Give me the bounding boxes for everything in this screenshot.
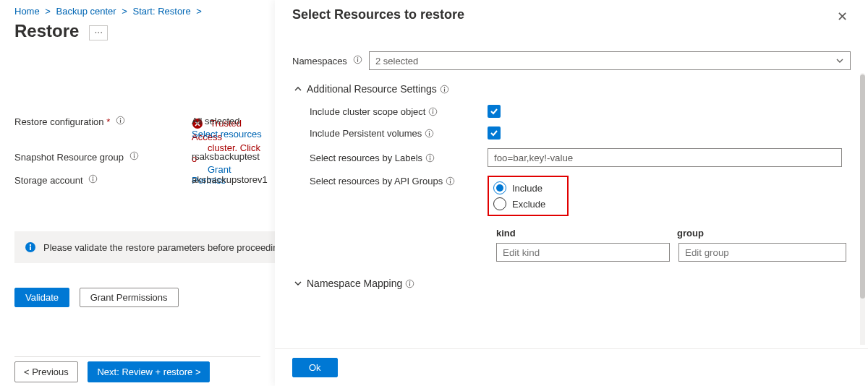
svg-point-5 [133,153,135,155]
info-icon[interactable] [88,174,98,184]
validate-button[interactable]: Validate [14,288,69,307]
info-icon[interactable] [440,85,449,94]
svg-rect-6 [134,155,135,158]
info-icon [25,241,36,253]
snapshot-rg-value: rsaksbackuptest [192,151,260,163]
panel-title: Select Resources to restore [292,7,464,22]
svg-rect-15 [357,59,357,62]
info-icon[interactable] [425,153,435,163]
svg-rect-18 [444,88,445,91]
info-icon[interactable] [353,55,362,64]
include-label: Include [512,183,542,194]
svg-rect-12 [30,246,31,250]
svg-point-23 [429,131,430,132]
footer-divider [14,356,260,357]
breadcrumb: Home > Backup center > Start: Restore > [0,0,268,18]
restore-configuration-label: Restore configuration * [14,116,192,140]
cluster-scope-label: Include cluster scope object [310,106,476,117]
group-input[interactable] [678,243,846,262]
info-icon[interactable] [129,151,139,160]
radio-selected-icon [493,181,506,194]
page-title: Restore [14,21,79,41]
labels-input[interactable] [488,148,842,167]
previous-button[interactable]: < Previous [14,361,78,382]
validate-info-text: Please validate the restore parameters b… [43,242,284,253]
svg-rect-30 [450,181,451,184]
next-button[interactable]: Next: Review + restore > [88,361,210,382]
svg-point-20 [433,109,434,111]
storage-account-label: Storage account [14,174,192,186]
namespaces-value: 2 selected [375,56,418,67]
more-actions-button[interactable]: ··· [89,25,108,40]
svg-point-8 [93,176,94,178]
radio-unselected-icon [493,197,506,210]
additional-settings-toggle[interactable]: Additional Resource Settings [292,83,851,95]
svg-point-26 [430,155,431,157]
info-icon[interactable] [116,116,125,125]
chevron-right-icon: > [45,6,51,17]
svg-rect-21 [433,111,433,113]
kind-header: kind [496,228,677,239]
svg-point-32 [409,281,411,283]
info-icon[interactable] [446,176,455,186]
svg-point-29 [450,179,451,180]
api-groups-label: Select resources by API Groups [310,176,476,186]
chevron-down-icon [292,279,304,288]
scrollbar[interactable] [860,73,865,345]
include-radio[interactable]: Include [493,181,545,194]
ok-button[interactable]: Ok [292,358,338,377]
kind-input[interactable] [496,243,670,262]
select-resources-link[interactable]: Select resources [192,129,262,140]
chevron-down-icon [835,56,844,65]
namespace-mapping-title: Namespace Mapping [307,278,402,289]
svg-point-2 [120,118,122,119]
svg-rect-9 [93,179,93,181]
chevron-right-icon: > [196,6,202,17]
persistent-volumes-checkbox[interactable] [488,126,501,140]
labels-label: Select resources by Labels [310,153,476,163]
svg-rect-33 [409,283,410,286]
svg-rect-27 [430,157,430,160]
api-groups-radio-highlight: Include Exclude [488,176,569,216]
svg-rect-24 [429,132,430,135]
svg-point-11 [30,244,31,246]
svg-point-14 [357,57,358,59]
info-icon[interactable] [425,129,434,138]
cluster-scope-checkbox[interactable] [488,105,501,118]
additional-settings-title: Additional Resource Settings [307,83,437,95]
select-resources-panel: Select Resources to restore ✕ Namespaces… [275,0,868,386]
exclude-label: Exclude [512,199,545,210]
snapshot-rg-label: Snapshot Resource group [14,151,192,163]
persistent-volumes-label: Include Persistent volumes [310,128,476,139]
breadcrumb-start-restore[interactable]: Start: Restore [132,6,190,17]
breadcrumb-home[interactable]: Home [14,6,40,17]
namespaces-dropdown[interactable]: 2 selected [369,51,851,70]
breadcrumb-backup-center[interactable]: Backup center [56,6,116,17]
namespace-mapping-toggle[interactable]: Namespace Mapping [292,278,851,289]
storage-account-value: aksbackupstorev1 [192,174,268,186]
svg-point-17 [443,87,445,88]
svg-rect-3 [120,120,121,123]
restore-configuration-value: All selected [192,116,239,126]
info-icon[interactable] [428,107,438,116]
grant-permissions-button[interactable]: Grant Permissions [80,288,179,307]
chevron-right-icon: > [122,6,127,17]
namespaces-label: Namespaces [292,55,369,67]
group-header: group [677,228,704,239]
chevron-up-icon [292,85,304,93]
info-icon[interactable] [405,279,414,288]
exclude-radio[interactable]: Exclude [493,197,545,210]
close-icon[interactable]: ✕ [837,9,848,25]
